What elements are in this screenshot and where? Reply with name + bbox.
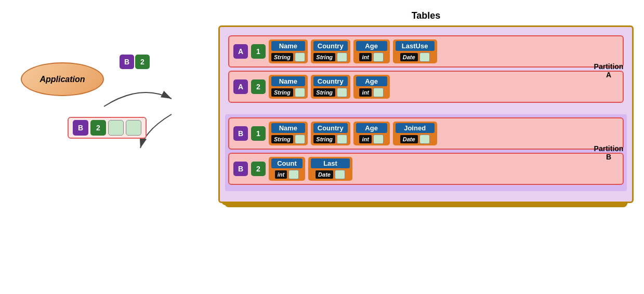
prop-type-row-lastuse-a1: Date [400, 52, 430, 62]
tables-title: Tables [218, 10, 634, 21]
prop-country-a1: Country String [311, 39, 350, 63]
prop-last-b2: Last Date [308, 157, 352, 181]
data-cell-a1-age [373, 52, 384, 62]
prop-type-int-age-a1: int [359, 53, 371, 61]
data-cell-b1-joined [419, 135, 430, 144]
prop-type-string-country-a1: String [313, 53, 335, 61]
prop-name-bar-country-a2: Country [313, 76, 348, 86]
prop-type-row-age-a2: int [359, 88, 383, 97]
prop-type-row-country-a2: String [313, 88, 347, 97]
data-cell-a2-country [337, 88, 347, 97]
prop-name-bar-age-a1: Age [356, 41, 387, 51]
resp-partition-key: B [73, 120, 88, 136]
prop-type-int-age-b1: int [359, 135, 371, 143]
resp-data-2 [126, 120, 141, 136]
arrows-svg [10, 36, 208, 171]
pk-a2: A [233, 79, 248, 94]
prop-type-row-name-b1: String [271, 135, 305, 144]
application-label: Application [40, 75, 85, 84]
prop-name-b1: Name String [269, 122, 308, 145]
main-container: Application B 2 B 2 Entity Property Name [0, 0, 644, 294]
response-row: B 2 [68, 117, 147, 139]
rk-b2: 2 [251, 162, 266, 176]
prop-name-bar-country-b1: Country [313, 123, 348, 133]
resp-data-1 [108, 120, 124, 136]
prop-name-bar-last-b2: Last [311, 158, 350, 168]
prop-type-row-a1: String [271, 52, 305, 62]
prop-type-date-lastuse-a1: Date [400, 53, 418, 61]
partition-a: A 1 Name String Country S [225, 32, 627, 109]
legend: Entity Property Name Property Property T… [10, 0, 208, 5]
partition-b-label: PartitionB [588, 144, 629, 161]
prop-country-a2: Country String [311, 75, 350, 99]
b2-pill: B 2 [120, 55, 150, 69]
prop-type-row-last-b2: Date [316, 170, 345, 179]
entity-row-a1: A 1 Name String Country S [228, 35, 624, 68]
prop-type-int-age-a2: int [359, 88, 371, 97]
prop-type-string-country-a2: String [313, 88, 335, 97]
data-cell-b1-age [373, 135, 384, 144]
prop-age-a1: Age int [353, 39, 390, 63]
prop-name-bar-age-b1: Age [356, 123, 387, 133]
data-cell-b2-count [288, 170, 299, 179]
prop-type-string-name-a2: String [271, 88, 293, 97]
rk-a1: 1 [251, 44, 266, 59]
partition-b: B 1 Name String Country S [225, 114, 627, 191]
prop-type-date-joined-b1: Date [400, 135, 418, 143]
prop-joined-b1: Joined Date [393, 122, 437, 145]
table-main: A 1 Name String Country S [218, 25, 634, 203]
pk-a1: A [233, 44, 248, 59]
pk-b1: B [233, 126, 248, 141]
resp-row-key: 2 [90, 120, 106, 136]
data-cell-a1-lastuse [419, 52, 430, 62]
data-cell-b1-country [337, 135, 347, 144]
table-stack: A 1 Name String Country S [218, 25, 634, 203]
prop-type-date-last-b2: Date [316, 170, 333, 179]
entity-row-a2: A 2 Name String Country S [228, 71, 624, 103]
prop-type-row-age-a1: int [359, 52, 383, 62]
prop-type-string-country-b1: String [313, 135, 335, 143]
prop-count-b2: Count int [269, 157, 305, 181]
prop-name-bar-name-a2: Name [271, 76, 305, 86]
prop-type-row-age-b1: int [359, 135, 383, 144]
prop-name-bar-name-a1: Name [271, 41, 305, 51]
prop-type-row-country-a1: String [313, 52, 347, 62]
b2-partition-key: B [120, 55, 134, 69]
prop-name-bar-count-b2: Count [271, 158, 303, 168]
prop-name-bar-lastuse-a1: LastUse [396, 41, 435, 51]
data-cell-a1-name [295, 52, 305, 62]
data-cell-a2-age [373, 88, 384, 97]
prop-name-bar-country-a1: Country [313, 41, 348, 51]
data-cell-b1-name [295, 135, 305, 144]
prop-type-string-name-b1: String [271, 135, 293, 143]
pk-b2: B [233, 162, 248, 176]
prop-type-string-a1: String [271, 53, 293, 61]
prop-name-bar-name-b1: Name [271, 123, 305, 133]
prop-type-row-count-b2: int [275, 170, 299, 179]
prop-name-bar-joined-b1: Joined [396, 123, 435, 133]
prop-name-a1: Name String [269, 39, 308, 63]
prop-name-a2: Name String [269, 75, 308, 99]
prop-name-bar-age-a2: Age [356, 76, 387, 86]
rk-a2: 2 [251, 79, 266, 94]
entity-row-b2: B 2 Count int Last Date [228, 153, 624, 185]
prop-type-row-joined-b1: Date [400, 135, 430, 144]
prop-age-a2: Age int [353, 75, 390, 99]
prop-type-int-count-b2: int [275, 170, 287, 179]
data-cell-b2-last [335, 170, 345, 179]
prop-country-b1: Country String [311, 122, 350, 145]
prop-type-row-name-a2: String [271, 88, 305, 97]
prop-type-row-country-b1: String [313, 135, 347, 144]
partition-a-label: PartitionA [588, 62, 629, 79]
prop-age-b1: Age int [353, 122, 390, 145]
data-cell-a2-name [295, 88, 305, 97]
entity-row-b1: B 1 Name String Country S [228, 117, 624, 150]
data-cell-a1-country [337, 52, 347, 62]
rk-b1: 1 [251, 126, 266, 141]
b2-row-key: 2 [135, 55, 150, 69]
right-side: Tables A 1 Name String [218, 10, 634, 203]
application-oval: Application [21, 62, 104, 96]
prop-lastuse-a1: LastUse Date [393, 39, 437, 63]
